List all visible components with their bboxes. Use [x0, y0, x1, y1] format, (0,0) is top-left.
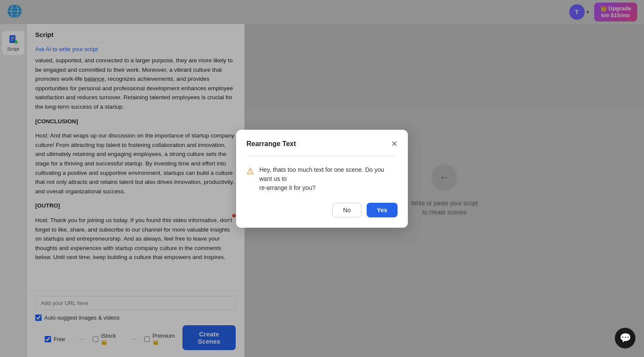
modal-footer: No Yes: [246, 203, 398, 217]
modal-divider: [246, 156, 398, 157]
modal-header: Rearrange Text ✕: [246, 140, 398, 148]
chat-bubble-icon: 💬: [620, 333, 631, 344]
modal-overlay[interactable]: Rearrange Text ✕ ⚠ Hey, thats too much t…: [0, 0, 644, 357]
modal-body: ⚠ Hey, thats too much text for one scene…: [246, 165, 398, 192]
modal-close-button[interactable]: ✕: [391, 140, 398, 148]
modal-no-button[interactable]: No: [332, 203, 361, 217]
chat-bubble-button[interactable]: 💬: [615, 328, 635, 348]
modal-message: Hey, thats too much text for one scene. …: [259, 165, 398, 192]
modal-yes-button[interactable]: Yes: [367, 203, 398, 217]
modal-title: Rearrange Text: [246, 140, 296, 148]
warning-icon: ⚠: [246, 166, 254, 176]
rearrange-modal: Rearrange Text ✕ ⚠ Hey, thats too much t…: [236, 130, 408, 228]
